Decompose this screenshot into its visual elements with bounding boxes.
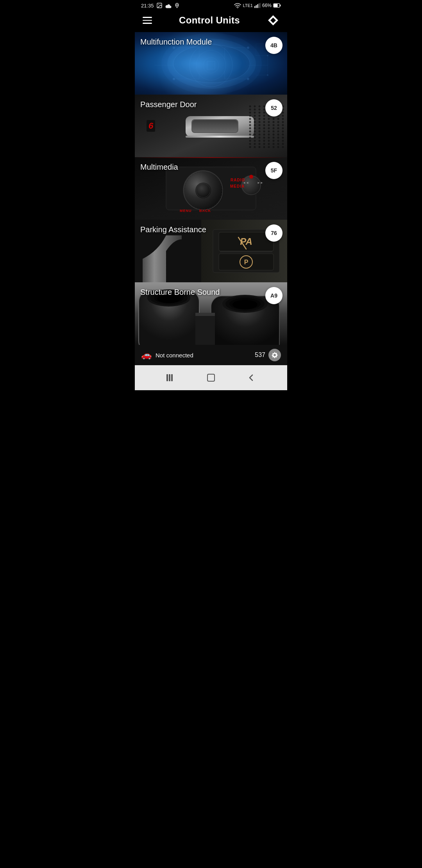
card-passenger[interactable]: 6	[135, 95, 287, 157]
card-parking[interactable]: PA P Parking Assistance 76	[135, 220, 287, 282]
settings-button[interactable]	[268, 349, 281, 361]
svg-point-123	[273, 118, 275, 120]
svg-point-143	[277, 137, 279, 139]
svg-point-159	[282, 143, 284, 145]
svg-point-40	[267, 74, 268, 76]
svg-point-132	[273, 146, 275, 148]
back-button[interactable]	[244, 371, 258, 385]
svg-point-3	[237, 8, 238, 8]
svg-point-50	[249, 109, 251, 111]
svg-point-80	[259, 115, 261, 117]
svg-text:MENU: MENU	[180, 209, 192, 213]
svg-point-81	[259, 118, 261, 120]
svg-point-160	[282, 146, 284, 148]
svg-point-90	[259, 146, 261, 148]
svg-text:6: 6	[148, 121, 154, 131]
sort-diamond-icon	[267, 14, 279, 26]
wifi-icon	[234, 3, 241, 8]
svg-point-128	[273, 134, 275, 136]
card-label-sound: Structure Borne Sound	[140, 288, 220, 297]
svg-point-91	[263, 106, 265, 108]
svg-point-52	[249, 115, 251, 117]
svg-point-115	[268, 137, 270, 139]
svg-point-75	[254, 143, 256, 145]
svg-point-63	[254, 106, 256, 108]
svg-point-127	[273, 131, 275, 133]
svg-point-146	[277, 146, 279, 148]
menu-button[interactable]	[143, 17, 152, 24]
svg-point-112	[268, 127, 270, 129]
svg-point-94	[263, 115, 265, 117]
svg-point-77	[259, 106, 261, 108]
svg-point-83	[259, 124, 261, 126]
svg-rect-17	[207, 61, 215, 69]
svg-point-151	[282, 118, 284, 120]
svg-point-97	[263, 124, 265, 126]
svg-point-39	[267, 55, 268, 56]
svg-rect-163	[135, 157, 287, 158]
svg-point-1	[158, 4, 159, 5]
card-label-multimedia: Multimedia	[140, 163, 178, 172]
svg-point-72	[254, 134, 256, 136]
svg-point-172	[249, 175, 253, 179]
svg-rect-10	[280, 5, 281, 7]
recent-apps-button[interactable]	[164, 371, 178, 385]
svg-point-130	[273, 140, 275, 142]
svg-point-51	[249, 112, 251, 114]
svg-point-153	[282, 124, 284, 126]
svg-point-70	[254, 127, 256, 129]
svg-point-100	[263, 134, 265, 136]
svg-point-139	[277, 124, 279, 126]
svg-point-85	[259, 131, 261, 133]
card-badge-parking: 76	[265, 224, 283, 242]
svg-point-114	[268, 134, 270, 136]
svg-point-152	[282, 121, 284, 123]
sort-button[interactable]	[267, 14, 279, 27]
settings-gear-icon	[271, 352, 278, 359]
svg-rect-11	[274, 4, 278, 7]
svg-point-56	[249, 127, 251, 129]
svg-point-86	[259, 134, 261, 136]
svg-point-62	[249, 146, 251, 148]
card-badge-passenger: 52	[265, 99, 283, 117]
time-display: 21:35	[141, 3, 154, 9]
connection-number: 537	[255, 352, 265, 359]
svg-point-69	[254, 124, 256, 126]
svg-point-149	[282, 112, 284, 114]
cloud-icon	[165, 3, 172, 8]
card-multifunction[interactable]: Multifunction Module 4B	[135, 32, 287, 95]
card-label-passenger: Passenger Door	[140, 100, 197, 109]
page-title: Control Units	[179, 15, 240, 26]
home-button[interactable]	[204, 371, 218, 385]
svg-text:◄◄: ◄◄	[243, 181, 249, 185]
svg-point-26	[173, 47, 175, 49]
not-connected-label: Not connected	[156, 352, 193, 359]
svg-point-117	[268, 143, 270, 145]
svg-point-104	[263, 146, 265, 148]
signal-bars-icon	[254, 3, 261, 8]
svg-point-118	[268, 146, 270, 148]
home-square-icon	[207, 373, 215, 382]
svg-point-156	[282, 134, 284, 136]
card-multimedia[interactable]: RADIO MEDIA MENU BACK ◄◄ ►► Multimedia 5…	[135, 157, 287, 220]
svg-point-116	[268, 140, 270, 142]
status-left: 21:35	[141, 2, 180, 9]
svg-point-158	[282, 140, 284, 142]
svg-point-27	[247, 47, 249, 49]
svg-point-15	[196, 50, 226, 80]
svg-point-79	[259, 112, 261, 114]
svg-point-54	[249, 121, 251, 123]
connection-status: 🚗 Not connected	[141, 350, 193, 360]
svg-point-2	[176, 4, 178, 6]
svg-point-73	[254, 137, 256, 139]
svg-point-93	[263, 112, 265, 114]
svg-point-110	[268, 121, 270, 123]
card-sound[interactable]: Structure Borne Sound A9	[135, 282, 287, 345]
status-bar: 21:35 LTE1 66%	[135, 0, 287, 10]
svg-point-103	[263, 143, 265, 145]
svg-point-78	[259, 109, 261, 111]
card-badge-multimedia: 5F	[265, 162, 283, 179]
svg-point-150	[282, 115, 284, 117]
svg-rect-202	[195, 314, 215, 345]
svg-point-92	[263, 109, 265, 111]
